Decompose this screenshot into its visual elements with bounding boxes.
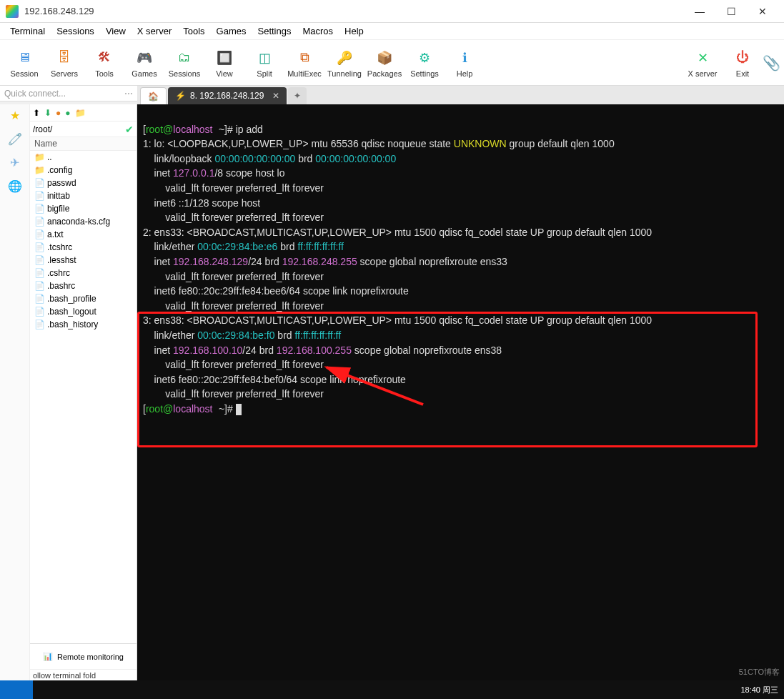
list-item[interactable]: 📄.tcshrc [30, 241, 137, 254]
toolbar-tunneling[interactable]: 🔑Tunneling [324, 42, 364, 84]
file-name: .bash_logout [47, 307, 96, 317]
file-name: .. [47, 152, 52, 162]
menu-view[interactable]: View [106, 26, 126, 36]
list-item[interactable]: 📄a.txt [30, 228, 137, 241]
upload-icon[interactable]: ⬆ [33, 108, 40, 118]
menu-tools[interactable]: Tools [183, 26, 204, 36]
toolbar-label: Servers [51, 69, 78, 78]
file-name: .cshrc [47, 268, 70, 278]
toolbar-packages[interactable]: 📦Packages [364, 42, 405, 84]
menu-x-server[interactable]: X server [137, 26, 172, 36]
file-icon: 📄 [34, 294, 44, 304]
tab-home[interactable]: 🏠 [140, 87, 167, 104]
list-item[interactable]: 📁.. [30, 151, 137, 164]
file-icon: 📄 [34, 281, 44, 291]
history-icon[interactable]: 🧷 [8, 132, 22, 146]
terminal-cursor [236, 404, 242, 415]
file-name: .bash_history [47, 319, 98, 329]
toolbar-tools[interactable]: 🛠Tools [84, 42, 124, 84]
tab-close-icon[interactable]: ✕ [272, 91, 279, 101]
servers-icon: 🗄 [54, 48, 74, 68]
menu-macros[interactable]: Macros [302, 26, 333, 36]
menu-help[interactable]: Help [344, 26, 364, 36]
file-name: bigfile [47, 204, 69, 214]
download-icon[interactable]: ⬇ [44, 108, 51, 118]
file-icon: 📄 [34, 229, 44, 239]
file-icon: 📄 [34, 307, 44, 317]
menu-sessions[interactable]: Sessions [56, 26, 94, 36]
macros-icon[interactable]: ✈ [10, 156, 19, 169]
toolbar-split[interactable]: ◫Split [244, 42, 284, 84]
menu-games[interactable]: Games [217, 26, 247, 36]
file-name: passwd [47, 178, 76, 188]
quick-connect-input[interactable]: Quick connect... ⋯ [0, 86, 137, 101]
path-row[interactable]: /root/ ✔ [30, 122, 137, 137]
minimize-button[interactable]: — [684, 1, 715, 21]
exit-icon: ⏻ [733, 48, 753, 68]
toolbar-label: MultiExec [287, 69, 322, 78]
toolbar-servers[interactable]: 🗄Servers [44, 42, 84, 84]
list-item[interactable]: 📄anaconda-ks.cfg [30, 215, 137, 228]
list-item[interactable]: 📄bigfile [30, 202, 137, 215]
window-title: 192.168.248.129 [24, 6, 684, 16]
terminal-pane: [root@localhost ~]# ip add 1: lo: <LOOPB… [137, 104, 784, 683]
toolbar-help[interactable]: ℹHelp [445, 42, 485, 84]
sftp-icon[interactable]: 🌐 [8, 179, 22, 193]
file-list[interactable]: Name 📁..📁.config📄passwd📄inittab📄bigfile📄… [30, 137, 137, 643]
list-item[interactable]: 📄.bash_logout [30, 305, 137, 318]
split-icon: ◫ [254, 48, 274, 68]
current-path: /root/ [33, 124, 52, 134]
list-item[interactable]: 📁.config [30, 164, 137, 177]
toolbar-settings[interactable]: ⚙Settings [405, 42, 445, 84]
list-item[interactable]: 📄.bash_history [30, 318, 137, 331]
session-icon: 🖥 [14, 48, 34, 68]
list-item[interactable]: 📄passwd [30, 177, 137, 189]
maximize-button[interactable]: ☐ [715, 1, 747, 21]
remote-monitoring-label: Remote monitoring [57, 653, 124, 661]
menu-settings[interactable]: Settings [258, 26, 292, 36]
file-icon: 📁 [34, 165, 44, 175]
favorites-icon[interactable]: ★ [10, 109, 20, 122]
toolbar-label: X server [688, 69, 718, 78]
path-ok-icon: ✔ [125, 124, 134, 135]
app-icon [6, 5, 19, 18]
list-item[interactable]: 📄.bashrc [30, 279, 137, 292]
toolbar-x-server[interactable]: ✕X server [683, 42, 723, 84]
refresh-icon[interactable]: ● [56, 108, 61, 118]
file-name: .config [47, 165, 72, 175]
home-icon: 🏠 [148, 91, 159, 101]
file-icon: 📄 [34, 319, 44, 329]
taskbar-start[interactable] [0, 680, 33, 699]
tab-session-active[interactable]: ⚡ 8. 192.168.248.129 ✕ [168, 87, 287, 104]
file-name: anaconda-ks.cfg [47, 217, 110, 227]
attachment-icon[interactable]: 📎 [763, 54, 780, 71]
toolbar-multiexec[interactable]: ⧉MultiExec [284, 42, 324, 84]
close-button[interactable]: ✕ [747, 1, 778, 21]
menu-terminal[interactable]: Terminal [10, 26, 45, 36]
list-item[interactable]: 📄.cshrc [30, 267, 137, 279]
file-name: .bash_profile [47, 294, 96, 304]
list-item[interactable]: 📄inittab [30, 189, 137, 202]
toolbar-label: View [216, 69, 233, 78]
tab-new[interactable]: ✦ [288, 87, 307, 104]
file-name: .bashrc [47, 281, 75, 291]
settings-icon: ⚙ [415, 48, 435, 68]
toolbar-session[interactable]: 🖥Session [4, 42, 44, 84]
titlebar: 192.168.248.129 — ☐ ✕ [0, 0, 784, 23]
sync-icon[interactable]: ● [65, 108, 70, 118]
remote-monitoring[interactable]: 📊 Remote monitoring [30, 643, 137, 669]
list-item[interactable]: 📄.bash_profile [30, 292, 137, 305]
list-item[interactable]: 📄.lesshst [30, 254, 137, 267]
toolbar-view[interactable]: 🔲View [204, 42, 244, 84]
tab-label: 8. 192.168.248.129 [190, 91, 264, 101]
toolbar-games[interactable]: 🎮Games [124, 42, 164, 84]
terminal[interactable]: [root@localhost ~]# ip add 1: lo: <LOOPB… [137, 104, 784, 683]
view-icon: 🔲 [214, 48, 234, 68]
toolbar-sessions[interactable]: 🗂Sessions [164, 42, 204, 84]
monitor-icon: 📊 [43, 652, 53, 661]
folder-icon[interactable]: 📁 [75, 108, 86, 118]
sidebar-rail: ★ 🧷 ✈ 🌐 [0, 104, 30, 683]
menubar: TerminalSessionsViewX serverToolsGamesSe… [0, 23, 784, 40]
toolbar-exit[interactable]: ⏻Exit [723, 42, 763, 84]
file-name: .lesshst [47, 255, 76, 265]
